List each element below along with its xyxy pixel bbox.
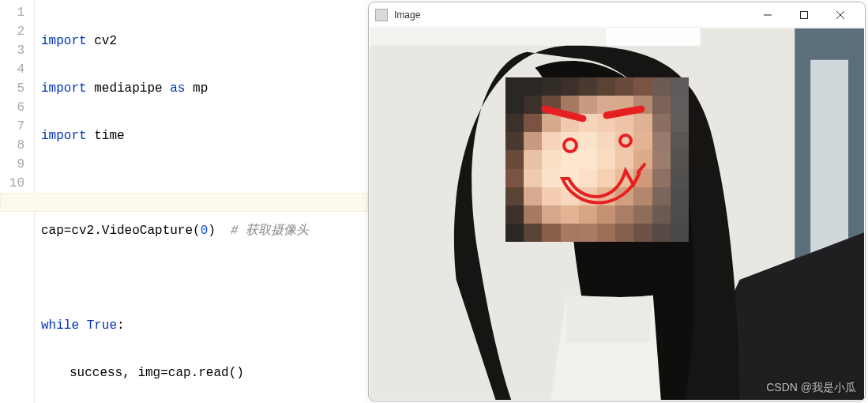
app-icon [375,9,388,21]
minimize-icon [764,11,772,19]
lineno: 6 [0,98,24,117]
lineno: 9 [0,155,24,174]
lineno: 8 [0,136,24,155]
lineno: 10 [0,174,24,193]
close-icon [836,11,844,19]
code-line [41,269,368,288]
svg-rect-1 [801,11,808,18]
svg-rect-8 [810,60,848,264]
code-line: cap=cv2.VideoCapture(0) # 获取摄像头 [41,221,368,240]
window-title: Image [394,9,750,21]
close-button[interactable] [822,2,859,28]
lineno: 5 [0,79,24,98]
lineno: 3 [0,41,24,60]
maximize-button[interactable] [786,2,822,28]
minimize-button[interactable] [750,2,786,28]
code-line: import time [41,126,368,145]
lineno: 4 [0,60,24,79]
code-line: import cv2 [41,32,368,51]
lineno: 2 [0,22,24,41]
lineno: 1 [0,3,24,22]
code-editor[interactable]: 1 2 3 4 5 6 7 8 9 10 11 import cv2 impor… [0,0,368,403]
code-line: success, img=cap.read() [41,363,368,382]
pixelated-face [505,77,689,242]
maximize-icon [800,11,808,19]
code-line [41,174,368,193]
titlebar[interactable]: Image [369,2,865,28]
watermark: CSDN @我是小瓜 [766,381,856,395]
image-content: CSDN @我是小瓜 [370,28,864,400]
svg-rect-5 [370,28,606,46]
lineno: 7 [0,117,24,136]
code-line: while True: [41,316,368,335]
code-line: import mediapipe as mp [41,79,368,98]
image-window[interactable]: Image [368,2,866,401]
svg-rect-6 [606,28,701,46]
